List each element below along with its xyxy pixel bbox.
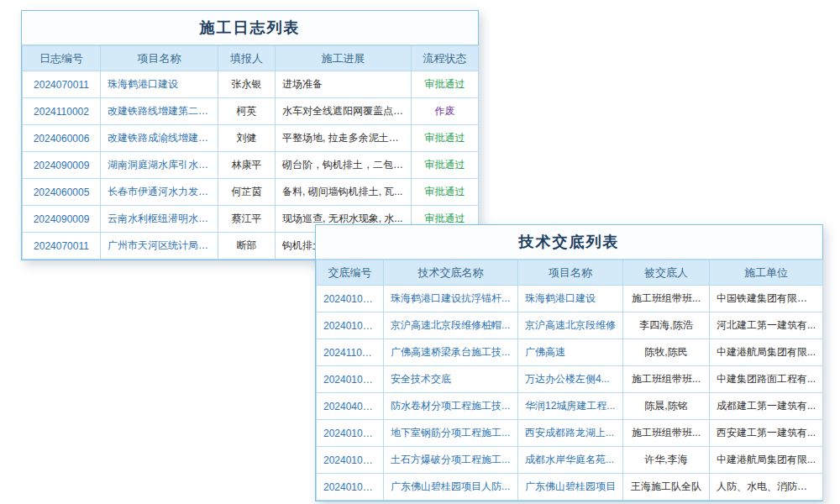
disclosure-project-cell[interactable]: 京沪高速北京段维修	[518, 312, 623, 339]
disclosure-unit-cell: 人防、水电、消防暖通...	[710, 474, 823, 501]
log-status-badge: 审批通过	[412, 179, 479, 206]
disclosure-project-cell[interactable]: 珠海鹤港口建设	[518, 286, 623, 312]
log-table-row[interactable]: 2024060006 改建铁路成渝线增建第二... 刘健 平整场地, 拉走多余泥…	[23, 125, 479, 152]
log-progress-cell: 进场准备	[276, 71, 412, 98]
log-project-cell[interactable]: 改建铁路线增建第二线直...	[101, 98, 218, 125]
log-col-id: 日志编号	[23, 46, 101, 71]
log-filler-cell: 林康平	[218, 152, 276, 179]
disclosure-id-cell[interactable]: 2024010001	[317, 474, 384, 501]
log-filler-cell: 柯英	[218, 98, 276, 125]
log-status-badge: 审批通过	[412, 71, 479, 98]
log-id-cell[interactable]: 2024060006	[23, 125, 101, 152]
disclosure-person-cell: 王海施工队全队	[623, 474, 710, 501]
log-status-badge: 审批通过	[412, 152, 479, 179]
log-id-cell[interactable]: 2024070011	[23, 233, 101, 260]
log-project-cell[interactable]: 云南水利枢纽潜明水库一...	[101, 206, 218, 233]
disclosure-id-cell[interactable]: 2024040001	[317, 393, 384, 420]
disclosure-table-row[interactable]: 2024040001 防水卷材分项工程施工技... 华润12城房建工程... 陈…	[317, 393, 823, 420]
log-status-badge: 审批通过	[412, 125, 479, 152]
disclosure-id-cell[interactable]: 2024010003	[317, 366, 384, 393]
log-table-row[interactable]: 2024060005 长春市伊通河水力发电厂... 何芷茵 备料, 砌间墙钩机排…	[23, 179, 479, 206]
log-filler-cell: 何芷茵	[218, 179, 276, 206]
disclosure-id-cell[interactable]: 2024010003	[317, 286, 384, 312]
log-filler-cell: 张永银	[218, 71, 276, 98]
disclosure-person-cell: 陈晨,陈铭	[623, 393, 710, 420]
disclosure-table-row[interactable]: 2024010003 安全技术交底 万达办公楼左侧4... 施工班组带班... …	[317, 366, 823, 393]
log-col-filler: 填报人	[218, 46, 276, 71]
disclosure-project-cell[interactable]: 广佛高速	[518, 339, 623, 366]
disclosure-project-cell[interactable]: 华润12城房建工程...	[518, 393, 623, 420]
disclosure-name-cell[interactable]: 安全技术交底	[384, 366, 518, 393]
disclosure-project-cell[interactable]: 万达办公楼左侧4...	[518, 366, 623, 393]
disclosure-table-row[interactable]: 2024010001 广东佛山碧桂园项目人防... 广东佛山碧桂园项目 王海施工…	[317, 474, 823, 501]
log-table-header-row: 日志编号 项目名称 填报人 施工进展 流程状态	[23, 46, 479, 71]
log-id-cell[interactable]: 2024060005	[23, 179, 101, 206]
disclosure-unit-cell: 西安建工第一建筑有...	[710, 420, 823, 447]
log-progress-cell: 砌台阶，钩机排土，二包砌...	[276, 152, 412, 179]
log-table-row[interactable]: 2024070011 珠海鹤港口建设 张永银 进场准备 审批通过	[23, 71, 479, 98]
disclosure-col-person: 被交底人	[623, 260, 710, 286]
disclosure-table-row[interactable]: 2024110001 广佛高速桥梁承台施工技... 广佛高速 陈牧,陈民 中建港…	[317, 339, 823, 366]
log-project-cell[interactable]: 改建铁路成渝线增建第二...	[101, 125, 218, 152]
log-col-progress: 施工进展	[276, 46, 412, 71]
disclosure-person-cell: 施工班组带班...	[623, 286, 710, 312]
disclosure-table: 交底编号 技术交底名称 项目名称 被交底人 施工单位 2024010003 珠海…	[316, 260, 823, 501]
log-filler-cell: 蔡江平	[218, 206, 276, 233]
log-table-row[interactable]: 2024110002 改建铁路线增建第二线直... 柯英 水车对全线遮阳网覆盖点…	[23, 98, 479, 125]
disclosure-id-cell[interactable]: 2024010002	[317, 420, 384, 447]
log-id-cell[interactable]: 2024070011	[23, 71, 101, 98]
disclosure-col-id: 交底编号	[317, 260, 384, 286]
disclosure-id-cell[interactable]: 2024010004	[317, 312, 384, 339]
log-filler-cell: 刘健	[218, 125, 276, 152]
disclosure-table-row[interactable]: 2024010002 地下室钢筋分项工程施工... 西安成都路龙湖上... 施工…	[317, 420, 823, 447]
log-id-cell[interactable]: 2024110002	[23, 98, 101, 125]
disclosure-name-cell[interactable]: 土石方爆破分项工程施工...	[384, 447, 518, 474]
disclosure-name-cell[interactable]: 珠海鹤港口建设抗浮锚杆...	[384, 286, 518, 312]
disclosure-unit-cell: 中建港航局集团有限...	[710, 339, 823, 366]
disclosure-name-cell[interactable]: 防水卷材分项工程施工技...	[384, 393, 518, 420]
disclosure-unit-cell: 中建集团路面工程有...	[710, 366, 823, 393]
disclosure-table-row[interactable]: 2024010002 土石方爆破分项工程施工... 成都水岸华庭名苑... 许华…	[317, 447, 823, 474]
disclosure-unit-cell: 河北建工第一建筑有...	[710, 312, 823, 339]
disclosure-name-cell[interactable]: 广佛高速桥梁承台施工技...	[384, 339, 518, 366]
disclosure-col-project: 项目名称	[518, 260, 623, 286]
disclosure-project-cell[interactable]: 成都水岸华庭名苑...	[518, 447, 623, 474]
log-col-status: 流程状态	[412, 46, 479, 71]
disclosure-unit-cell: 中国铁建集团有限公司	[710, 286, 823, 312]
log-table-row[interactable]: 2024090009 湖南洞庭湖水库引水工程... 林康平 砌台阶，钩机排土，二…	[23, 152, 479, 179]
disclosure-person-cell: 李四海,陈浩	[623, 312, 710, 339]
disclosure-panel-title: 技术交底列表	[316, 225, 822, 260]
disclosure-id-cell[interactable]: 2024110001	[317, 339, 384, 366]
disclosure-project-cell[interactable]: 西安成都路龙湖上...	[518, 420, 623, 447]
disclosure-name-cell[interactable]: 京沪高速北京段维修桩帽...	[384, 312, 518, 339]
disclosure-name-cell[interactable]: 广东佛山碧桂园项目人防...	[384, 474, 518, 501]
log-progress-cell: 水车对全线遮阳网覆盖点进...	[276, 98, 412, 125]
disclosure-unit-cell: 成都建工第一建筑有...	[710, 393, 823, 420]
log-progress-cell: 备料, 砌间墙钩机排土, 瓦...	[276, 179, 412, 206]
log-project-cell[interactable]: 长春市伊通河水力发电厂...	[101, 179, 218, 206]
log-panel-title: 施工日志列表	[22, 11, 478, 45]
log-id-cell[interactable]: 2024090009	[23, 152, 101, 179]
log-project-cell[interactable]: 珠海鹤港口建设	[101, 71, 218, 98]
technical-disclosure-panel: 技术交底列表 交底编号 技术交底名称 项目名称 被交底人 施工单位 202401…	[315, 224, 823, 501]
construction-log-panel: 施工日志列表 日志编号 项目名称 填报人 施工进展 流程状态 202407001…	[21, 10, 479, 260]
log-id-cell[interactable]: 2024090009	[23, 206, 101, 233]
disclosure-id-cell[interactable]: 2024010002	[317, 447, 384, 474]
disclosure-table-header-row: 交底编号 技术交底名称 项目名称 被交底人 施工单位	[317, 260, 823, 286]
disclosure-unit-cell: 中建港航局集团有限...	[710, 447, 823, 474]
log-status-badge: 作废	[412, 98, 479, 125]
disclosure-project-cell[interactable]: 广东佛山碧桂园项目	[518, 474, 623, 501]
disclosure-person-cell: 许华,李海	[623, 447, 710, 474]
disclosure-col-unit: 施工单位	[710, 260, 823, 286]
log-progress-cell: 平整场地, 拉走多余泥土15...	[276, 125, 412, 152]
log-project-cell[interactable]: 湖南洞庭湖水库引水工程...	[101, 152, 218, 179]
disclosure-person-cell: 施工班组带班...	[623, 420, 710, 447]
log-project-cell[interactable]: 广州市天河区统计局机房...	[101, 233, 218, 260]
disclosure-name-cell[interactable]: 地下室钢筋分项工程施工...	[384, 420, 518, 447]
log-filler-cell: 断部	[218, 233, 276, 260]
disclosure-col-name: 技术交底名称	[384, 260, 518, 286]
disclosure-table-row[interactable]: 2024010004 京沪高速北京段维修桩帽... 京沪高速北京段维修 李四海,…	[317, 312, 823, 339]
disclosure-table-row[interactable]: 2024010003 珠海鹤港口建设抗浮锚杆... 珠海鹤港口建设 施工班组带班…	[317, 286, 823, 312]
log-col-project: 项目名称	[101, 46, 218, 71]
disclosure-person-cell: 施工班组带班...	[623, 366, 710, 393]
